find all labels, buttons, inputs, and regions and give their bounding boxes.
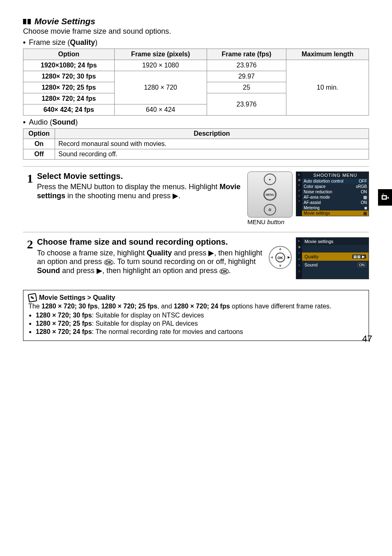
audio-bullet: • Audio (Sound) — [23, 118, 369, 127]
step-1: 1 Select Movie settings. Press the MENU … — [23, 167, 369, 232]
note-li-2: 1280 × 720; 25 fps: Suitable for display… — [36, 320, 364, 327]
th-option: Option — [23, 49, 115, 60]
page-number: 47 — [362, 334, 372, 344]
svg-marker-10 — [387, 197, 389, 199]
subsection-title: Movie Settings — [23, 16, 369, 26]
ok-multi-selector-icon: OK — [268, 245, 293, 271]
step-number: 2 — [23, 237, 37, 279]
step-2-body: To choose a frame size, highlight Qualit… — [37, 248, 264, 275]
table-row: 1920×1080; 24 fps — [23, 60, 115, 71]
th-audio-option: Option — [23, 129, 55, 139]
svg-marker-3 — [279, 248, 281, 250]
table-row: 1280× 720; 24 fps — [23, 93, 115, 104]
shooting-menu-screenshot: ▸◉Y✔≡? SHOOTING MENU Auto distortion con… — [296, 171, 369, 216]
section-title-text: Movie Settings — [35, 16, 95, 26]
note-li-1: 1280 × 720; 30 fps: Suitable for display… — [36, 312, 364, 319]
th-max: Maximum length — [286, 49, 369, 60]
svg-text:OK: OK — [277, 256, 283, 260]
menu-item-movie-settings: Movie settings▦ — [302, 211, 369, 216]
svg-rect-8 — [383, 196, 386, 199]
table-row: On — [23, 139, 55, 149]
th-size: Frame size (pixels) — [114, 49, 207, 60]
step-2-title: Choose frame size and sound recording op… — [37, 237, 264, 247]
step-number: 1 — [23, 171, 37, 225]
frame-bullet: • Frame size (Quality) — [23, 38, 369, 47]
th-rate: Frame rate (fps) — [207, 49, 286, 60]
svg-marker-6 — [288, 256, 290, 259]
svg-marker-9 — [383, 193, 384, 195]
table-row: 1280× 720; 30 fps — [23, 71, 115, 82]
note-icon: ✎ — [28, 293, 37, 302]
menu-header: SHOOTING MENU — [302, 172, 369, 178]
step-1-title: Select Movie settings. — [37, 171, 243, 181]
submenu-sound: SoundON — [302, 261, 369, 269]
audio-table: Option Description On Record monaural so… — [23, 128, 369, 160]
submenu-header: Movie settings — [302, 238, 369, 245]
submenu-quality: Quality▦▦ ▶ — [302, 253, 369, 261]
svg-marker-4 — [279, 265, 281, 267]
camera-back-illustration: ▸ MENU ✿ — [247, 171, 293, 218]
note-box: ✎ Movie Settings > Quality The 1280 × 72… — [23, 290, 369, 341]
table-row: 640× 424; 24 fps — [23, 104, 115, 116]
note-li-3: 1280 × 720; 24 fps: The normal recording… — [36, 328, 364, 336]
section-intro: Choose movie frame size and sound option… — [23, 27, 369, 36]
th-audio-desc: Description — [55, 129, 369, 139]
menu-button-caption: MENU button — [247, 218, 293, 225]
step-1-body: Press the MENU button to display the men… — [37, 183, 243, 200]
max-length-cell: 10 min. — [286, 60, 369, 116]
table-row: Off — [23, 149, 55, 160]
note-intro: The 1280 × 720; 30 fps, 1280 × 720; 25 f… — [28, 303, 364, 310]
note-title: ✎ Movie Settings > Quality — [28, 294, 364, 302]
side-tab-icon — [378, 189, 392, 206]
movie-settings-screenshot: ▸◉Y✔≡? Movie settings Quality▦▦ ▶ SoundO… — [296, 237, 369, 279]
svg-marker-5 — [270, 256, 273, 259]
frame-size-table: Option Frame size (pixels) Frame rate (f… — [23, 49, 369, 116]
step-2: 2 Choose frame size and sound recording … — [23, 232, 369, 286]
table-row: 1280× 720; 25 fps — [23, 82, 115, 93]
